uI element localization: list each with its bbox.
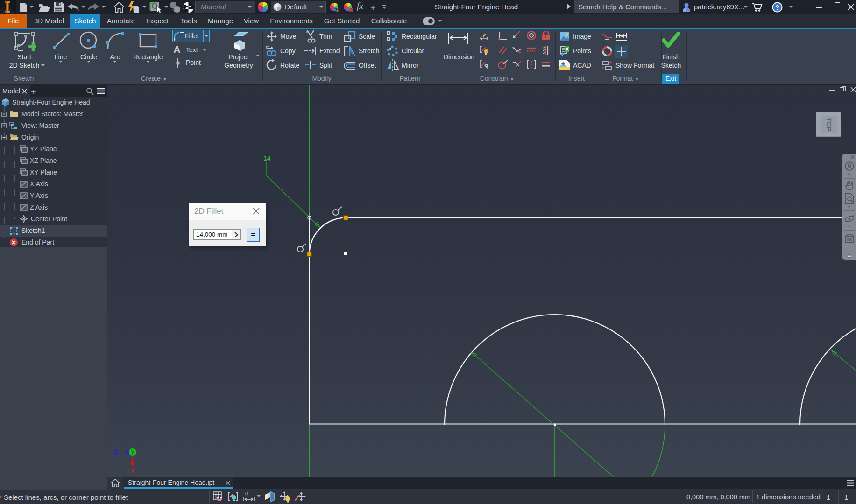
svg-text:+/−: +/− bbox=[244, 491, 251, 497]
svg-text:Y: Y bbox=[131, 449, 135, 456]
svg-text:14: 14 bbox=[263, 154, 271, 162]
svg-text:?: ? bbox=[775, 4, 779, 11]
svg-text:Z: Z bbox=[113, 448, 118, 456]
svg-text:X: X bbox=[130, 467, 135, 475]
svg-text:(x): (x) bbox=[619, 33, 624, 38]
